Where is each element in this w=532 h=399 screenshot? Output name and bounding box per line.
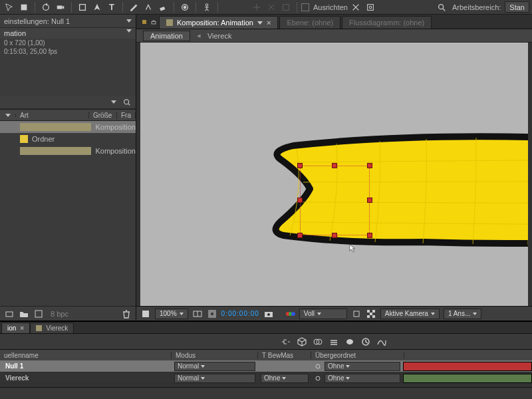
text-tool[interactable]: T bbox=[105, 1, 118, 13]
motion-blur-icon[interactable] bbox=[329, 336, 339, 347]
null-bounding-box[interactable] bbox=[300, 166, 370, 235]
camera-tool[interactable] bbox=[54, 1, 67, 13]
comp-mini-flow-icon[interactable] bbox=[281, 336, 291, 347]
timeline-footer bbox=[0, 387, 532, 399]
svg-point-1 bbox=[43, 4, 49, 10]
handle-e[interactable] bbox=[367, 198, 372, 203]
svg-rect-17 bbox=[166, 19, 173, 26]
rotate-tool[interactable] bbox=[39, 1, 53, 13]
auto-keyframe-icon[interactable] bbox=[360, 336, 371, 347]
collapse-icon[interactable] bbox=[109, 98, 118, 107]
mode-dropdown[interactable]: Normal bbox=[174, 374, 255, 383]
roi-icon[interactable] bbox=[351, 309, 362, 319]
svg-rect-15 bbox=[142, 20, 146, 24]
parent-dropdown[interactable]: Ohne bbox=[325, 374, 400, 383]
brush-tool[interactable] bbox=[127, 1, 140, 13]
new-comp-icon[interactable] bbox=[33, 309, 44, 319]
resolution-half-icon[interactable] bbox=[192, 309, 203, 319]
handle-s[interactable] bbox=[332, 233, 337, 238]
brainstorm-icon[interactable] bbox=[344, 336, 355, 347]
zoom-dropdown[interactable]: 100% bbox=[155, 309, 188, 319]
frame-blend-icon[interactable] bbox=[313, 336, 323, 347]
pin-icon[interactable] bbox=[150, 17, 158, 27]
pickwhip-icon[interactable] bbox=[314, 362, 322, 370]
selection-tool[interactable] bbox=[3, 1, 16, 13]
layer-row-0[interactable]: Null 1NormalOhne bbox=[0, 360, 532, 372]
snap-to-icon[interactable] bbox=[364, 1, 377, 13]
handle-nw[interactable] bbox=[297, 163, 303, 168]
puppet-tool[interactable] bbox=[200, 1, 213, 13]
show-channel-icon[interactable] bbox=[285, 309, 295, 319]
project-item-label: Komposition bbox=[95, 147, 136, 155]
svg-rect-27 bbox=[354, 311, 359, 317]
search-icon[interactable] bbox=[435, 1, 448, 13]
timeline-tabs: ion× Viereck bbox=[0, 322, 532, 334]
workspace-dropdown[interactable]: Stan bbox=[505, 1, 529, 13]
timeline-tab-active[interactable]: ion× bbox=[1, 323, 30, 333]
graph-editor-icon[interactable] bbox=[376, 336, 387, 347]
project-columns-header: Art Größe Fra bbox=[0, 109, 136, 121]
svg-point-10 bbox=[369, 6, 372, 9]
view-count-dropdown[interactable]: 1 Ans... bbox=[444, 309, 481, 319]
draft3d-icon[interactable] bbox=[297, 336, 307, 347]
snapshot-icon[interactable] bbox=[263, 309, 274, 319]
align-checkbox[interactable] bbox=[301, 3, 309, 11]
mode-dropdown[interactable]: Normal bbox=[174, 362, 255, 371]
label-sort-icon[interactable] bbox=[5, 114, 11, 117]
toggle-alpha-icon[interactable] bbox=[140, 309, 151, 319]
search-icon[interactable] bbox=[122, 98, 132, 107]
timeline-tab-viereck[interactable]: Viereck bbox=[30, 323, 74, 333]
eraser-tool[interactable] bbox=[156, 1, 170, 13]
interpret-footage-icon[interactable] bbox=[4, 309, 15, 319]
svg-point-23 bbox=[267, 313, 270, 316]
handle-se[interactable] bbox=[367, 233, 372, 238]
project-item-1[interactable]: Ordner bbox=[0, 133, 136, 145]
handle-n[interactable] bbox=[332, 163, 337, 168]
composition-viewport[interactable] bbox=[140, 43, 528, 306]
pen-tool[interactable] bbox=[90, 1, 104, 13]
resolution-dropdown[interactable]: Voll bbox=[299, 309, 347, 319]
handle-ne[interactable] bbox=[367, 163, 372, 168]
svg-rect-28 bbox=[367, 310, 370, 313]
breadcrumb-caret-icon: ◂ bbox=[197, 31, 201, 40]
shape-tool[interactable] bbox=[76, 1, 89, 13]
trkmat-dropdown[interactable]: Ohne bbox=[261, 374, 309, 383]
clone-tool[interactable] bbox=[142, 1, 155, 13]
new-folder-icon[interactable] bbox=[19, 309, 29, 319]
svg-point-6 bbox=[184, 6, 186, 9]
svg-rect-4 bbox=[160, 6, 165, 11]
breadcrumb-viereck[interactable]: Viereck bbox=[207, 32, 231, 40]
comp-tab-bar: Komposition: Animation× Ebene: (ohne) Fl… bbox=[136, 15, 532, 29]
rotobrush-tool[interactable] bbox=[178, 1, 192, 13]
bpc-label[interactable]: 8 bpc bbox=[51, 310, 68, 318]
timeline-columns-header: uellenname Modus T BewMas Übergeordnet bbox=[0, 350, 532, 360]
hand-tool[interactable] bbox=[17, 1, 31, 13]
comp-icon bbox=[20, 147, 91, 155]
effect-row[interactable]: mation bbox=[0, 28, 136, 39]
handle-sw[interactable] bbox=[297, 233, 303, 238]
handle-w[interactable] bbox=[297, 198, 303, 203]
current-time[interactable]: 0:00:00:00 bbox=[221, 310, 259, 317]
breadcrumb-animation[interactable]: Animation bbox=[143, 31, 190, 41]
transparency-grid-icon[interactable] bbox=[366, 309, 376, 319]
local-axis-icon[interactable] bbox=[250, 1, 263, 13]
project-footer: 8 bpc bbox=[0, 306, 136, 321]
pickwhip-icon[interactable] bbox=[314, 374, 322, 382]
project-item-0[interactable]: Komposition bbox=[0, 121, 136, 133]
close-tab-icon[interactable]: × bbox=[267, 19, 271, 27]
tab-flowchart[interactable]: Flussdiagramm: (ohne) bbox=[342, 16, 432, 29]
panel-menu-icon[interactable] bbox=[126, 19, 132, 23]
world-axis-icon[interactable] bbox=[265, 1, 278, 13]
svg-rect-3 bbox=[80, 4, 86, 10]
parent-dropdown[interactable]: Ohne bbox=[325, 362, 400, 371]
lock-icon[interactable] bbox=[140, 17, 148, 27]
timecode-base-icon[interactable] bbox=[207, 309, 217, 319]
tab-composition[interactable]: Komposition: Animation× bbox=[159, 16, 278, 29]
trash-icon[interactable] bbox=[121, 309, 132, 319]
project-item-2[interactable]: Komposition bbox=[0, 145, 136, 157]
tab-layer[interactable]: Ebene: (ohne) bbox=[279, 16, 340, 29]
snap-icon[interactable] bbox=[349, 1, 362, 13]
layer-row-1[interactable]: ViereckNormalOhneOhne bbox=[0, 372, 532, 384]
active-camera-dropdown[interactable]: Aktive Kamera bbox=[380, 309, 440, 319]
view-axis-icon[interactable] bbox=[279, 1, 293, 13]
